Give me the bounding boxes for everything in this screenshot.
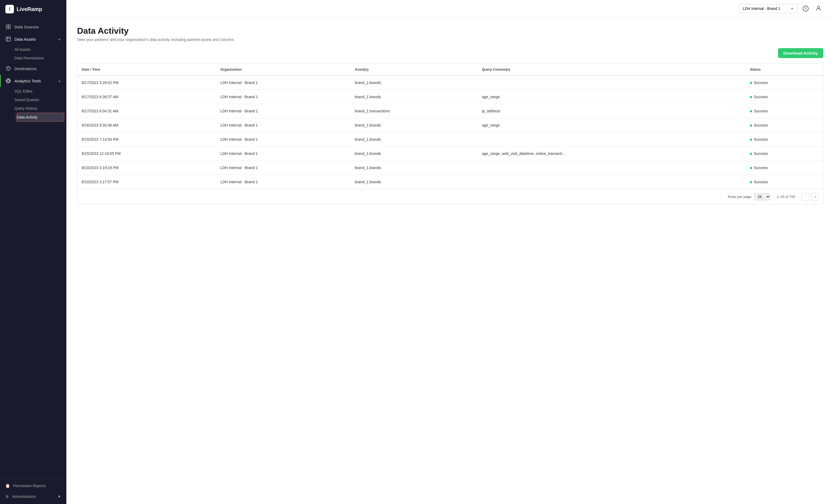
status-dot-2 [750, 110, 752, 112]
sidebar-item-data-activity-wrapper[interactable]: Data Activity [17, 113, 64, 122]
col-date-time: Date / Time [78, 64, 216, 75]
cell-date-5: 8/15/2023 12:19:05 PM [78, 146, 216, 161]
status-dot-6 [750, 167, 752, 169]
cell-status-7: Success [746, 175, 823, 189]
table-row: 8/17/2023 6:04:31 AM LDH Internal - Bran… [78, 104, 823, 118]
cell-query-cols-7 [478, 175, 746, 189]
user-icon [815, 5, 821, 12]
org-selector[interactable]: LDH Internal - Brand 1 ▼ [739, 4, 797, 13]
cell-assets-7: brand_1.brands [350, 175, 478, 189]
table-body: 8/17/2023 3:26:02 PM LDH Internal - Bran… [78, 75, 823, 189]
svg-point-7 [6, 66, 10, 71]
data-assets-chevron: ▲ [58, 37, 61, 41]
analytics-tools-icon [5, 78, 11, 84]
sidebar-item-all-assets[interactable]: All Assets [15, 45, 66, 54]
cell-assets-6: brand_1.brands [350, 161, 478, 175]
logo-icon: / [5, 5, 14, 14]
permission-reports-label: Permission Reports [13, 484, 46, 488]
svg-rect-1 [8, 25, 10, 26]
status-dot-1 [750, 96, 752, 98]
cell-status-2: Success [746, 104, 823, 118]
cell-org-4: LDH Internal - Brand 1 [216, 132, 350, 146]
sidebar-item-permission-reports[interactable]: 📋 Permission Reports [0, 480, 66, 491]
cell-date-0: 8/17/2023 3:26:02 PM [78, 75, 216, 90]
svg-rect-3 [8, 27, 10, 29]
col-organization: Organization [216, 64, 350, 75]
analytics-tools-chevron: ▲ [58, 79, 61, 83]
rows-per-page-control: Rows per page: 25 50 100 [728, 193, 770, 200]
sidebar-item-analytics-tools[interactable]: Analytics Tools ▲ [0, 75, 66, 87]
destinations-icon [5, 66, 11, 71]
cell-query-cols-3: age_range [478, 118, 746, 132]
cell-status-1: Success [746, 90, 823, 104]
cell-date-2: 8/17/2023 6:04:31 AM [78, 104, 216, 118]
administration-chevron: ▼ [57, 495, 61, 499]
sidebar-nav: Data Sources Data Assets ▲ All Assets Da… [0, 19, 66, 478]
sidebar-label-data-assets: Data Assets [15, 37, 36, 42]
cell-org-5: LDH Internal - Brand 1 [216, 146, 350, 161]
page-header-left: Data Activity View your partners' and yo… [77, 26, 234, 42]
sidebar-item-data-assets[interactable]: Data Assets ▲ [0, 33, 66, 45]
cell-date-6: 8/10/2023 3:19:19 PM [78, 161, 216, 175]
cell-date-3: 8/16/2023 9:30:36 AM [78, 118, 216, 132]
col-status: Status [746, 64, 823, 75]
sidebar-item-query-history[interactable]: Query History [15, 104, 66, 113]
administration-label: Administration [12, 495, 36, 499]
status-dot-7 [750, 181, 752, 183]
page-header: Data Activity View your partners' and yo… [77, 26, 823, 42]
status-dot-3 [750, 124, 752, 127]
next-page-button[interactable]: › [811, 193, 819, 200]
data-assets-subnav: All Assets Data Permissions [0, 45, 66, 62]
administration-icon: ⚙ [5, 495, 9, 499]
status-dot-4 [750, 139, 752, 141]
cell-query-cols-4 [478, 132, 746, 146]
svg-point-9 [7, 80, 9, 82]
activity-table-container: Date / Time Organization Asset(s) Query … [77, 63, 823, 204]
sidebar-item-data-activity[interactable]: Data Activity [15, 113, 64, 121]
table-row: 8/17/2023 3:26:02 PM LDH Internal - Bran… [78, 75, 823, 90]
sidebar-label-data-sources: Data Sources [15, 25, 39, 29]
col-assets: Asset(s) [350, 64, 478, 75]
sidebar-item-destinations[interactable]: Destinations [0, 62, 66, 75]
table-row: 8/16/2023 9:30:36 AM LDH Internal - Bran… [78, 118, 823, 132]
sidebar: / LiveRamp Data Sources Data Assets ▲ Al… [0, 0, 66, 504]
app-logo[interactable]: / LiveRamp [0, 0, 66, 19]
cell-org-1: LDH Internal - Brand 1 [216, 90, 350, 104]
table-row: 8/10/2023 3:17:57 PM LDH Internal - Bran… [78, 175, 823, 189]
cell-status-5: Success [746, 146, 823, 161]
cell-org-2: LDH Internal - Brand 1 [216, 104, 350, 118]
org-selector-chevron: ▼ [791, 7, 794, 10]
col-query-columns: Query Column(s) [478, 64, 746, 75]
sidebar-item-saved-queries[interactable]: Saved Queries [15, 95, 66, 104]
help-icon: ? [803, 6, 809, 12]
status-dot-5 [750, 153, 752, 155]
cell-date-7: 8/10/2023 3:17:57 PM [78, 175, 216, 189]
sidebar-label-analytics-tools: Analytics Tools [15, 79, 41, 83]
download-activity-button[interactable]: Download Activity [778, 48, 823, 58]
rows-per-page-label: Rows per page: [728, 195, 752, 199]
page-title: Data Activity [77, 26, 234, 36]
prev-page-button[interactable]: ‹ [802, 193, 809, 200]
cell-query-cols-0 [478, 75, 746, 90]
permission-reports-icon: 📋 [5, 484, 10, 488]
sidebar-item-administration[interactable]: ⚙ Administration ▼ [0, 491, 66, 502]
sidebar-item-sql-editor[interactable]: SQL Editor [15, 87, 66, 95]
analytics-tools-subnav: SQL Editor Saved Queries Query History D… [0, 87, 66, 122]
svg-point-14 [817, 6, 819, 8]
table-header: Date / Time Organization Asset(s) Query … [78, 64, 823, 75]
data-assets-icon [5, 36, 11, 42]
cell-org-0: LDH Internal - Brand 1 [216, 75, 350, 90]
cell-query-cols-5: age_range, web_visit_datetime, online_tr… [478, 146, 746, 161]
cell-assets-2: brand_1.transactions [350, 104, 478, 118]
rows-per-page-select[interactable]: 25 50 100 [754, 193, 770, 200]
sidebar-item-data-sources[interactable]: Data Sources [0, 21, 66, 33]
sidebar-item-data-permissions[interactable]: Data Permissions [15, 54, 66, 62]
cell-status-4: Success [746, 132, 823, 146]
cell-assets-0: brand_1.brands [350, 75, 478, 90]
table-row: 8/15/2023 12:19:05 PM LDH Internal - Bra… [78, 146, 823, 161]
help-button[interactable]: ? [801, 4, 810, 14]
cell-query-cols-1: age_range [478, 90, 746, 104]
user-button[interactable] [814, 4, 823, 14]
cell-org-3: LDH Internal - Brand 1 [216, 118, 350, 132]
cell-org-7: LDH Internal - Brand 1 [216, 175, 350, 189]
